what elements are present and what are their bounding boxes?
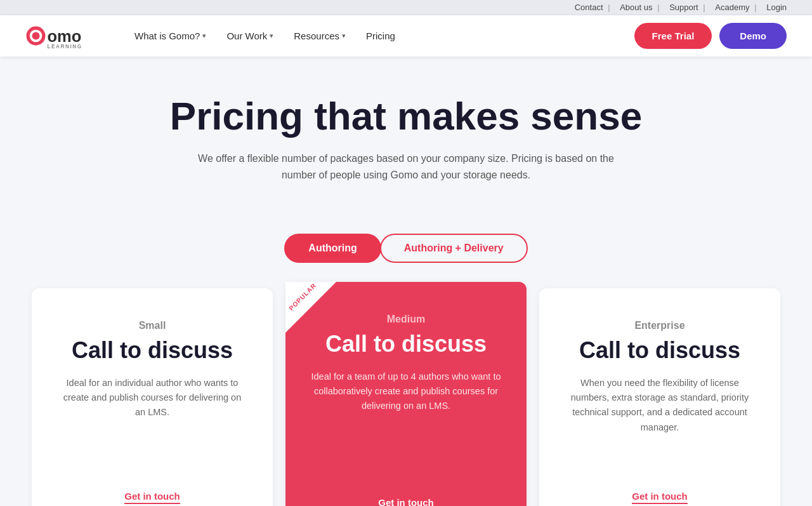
chevron-down-icon: ▾ [342,32,346,40]
pricing-card-enterprise: Enterprise Call to discuss When you need… [539,288,780,506]
main-nav: What is Gomo? ▾ Our Work ▾ Resources ▾ P… [127,25,634,46]
topbar-academy[interactable]: Academy [715,3,749,12]
card-plan-medium: Medium [387,314,425,325]
nav-resources[interactable]: Resources ▾ [286,25,353,46]
tab-authoring[interactable]: Authoring [284,234,381,263]
nav-pricing[interactable]: Pricing [358,25,403,46]
card-plan-small: Small [139,320,166,331]
topbar-login[interactable]: Login [766,3,787,12]
logo-svg: omo LEARNING [25,22,102,50]
card-price-small: Call to discuss [72,338,233,363]
pricing-cards: Small Call to discuss Ideal for an indiv… [0,282,812,506]
popular-label: POPULAR [285,282,321,315]
svg-text:omo: omo [48,27,82,45]
header-ctas: Free Trial Demo [634,23,787,49]
chevron-down-icon: ▾ [270,32,273,40]
card-price-enterprise: Call to discuss [579,338,740,363]
tab-authoring-delivery[interactable]: Authoring + Delivery [380,234,528,263]
card-desc-medium: Ideal for a team of up to 4 authors who … [311,370,501,472]
nav-our-work[interactable]: Our Work ▾ [219,25,281,46]
svg-text:LEARNING: LEARNING [48,44,82,50]
sep3: | [703,3,705,12]
logo[interactable]: omo LEARNING [25,22,102,50]
card-cta-medium[interactable]: Get in touch [378,497,434,506]
demo-button[interactable]: Demo [719,23,787,49]
top-bar: Contact | About us | Support | Academy |… [0,0,812,15]
topbar-support[interactable]: Support [669,3,698,12]
hero-section: Pricing that makes sense We offer a flex… [0,57,812,208]
sep4: | [754,3,756,12]
card-desc-small: Ideal for an individual author who wants… [57,376,247,465]
hero-subtitle: We offer a flexible number of packages b… [184,150,628,183]
card-desc-enterprise: When you need the flexibility of license… [565,376,755,465]
topbar-contact[interactable]: Contact [575,3,603,12]
sep2: | [657,3,659,12]
nav-what-is-gomo[interactable]: What is Gomo? ▾ [127,25,214,46]
pricing-card-small: Small Call to discuss Ideal for an indiv… [32,288,273,506]
page-title: Pricing that makes sense [25,95,787,138]
pricing-card-medium: POPULAR Medium Call to discuss Ideal for… [285,282,527,506]
card-cta-enterprise[interactable]: Get in touch [632,491,688,504]
card-price-medium: Call to discuss [325,331,487,357]
card-cta-small[interactable]: Get in touch [124,491,180,504]
free-trial-button[interactable]: Free Trial [634,23,712,49]
topbar-about[interactable]: About us [620,3,652,12]
popular-ribbon: POPULAR [285,282,336,333]
pricing-tabs: Authoring Authoring + Delivery [0,234,812,263]
card-plan-enterprise: Enterprise [634,320,684,331]
chevron-down-icon: ▾ [202,32,206,40]
svg-point-2 [32,32,40,40]
sep1: | [608,3,610,12]
site-header: omo LEARNING What is Gomo? ▾ Our Work ▾ … [0,15,812,57]
